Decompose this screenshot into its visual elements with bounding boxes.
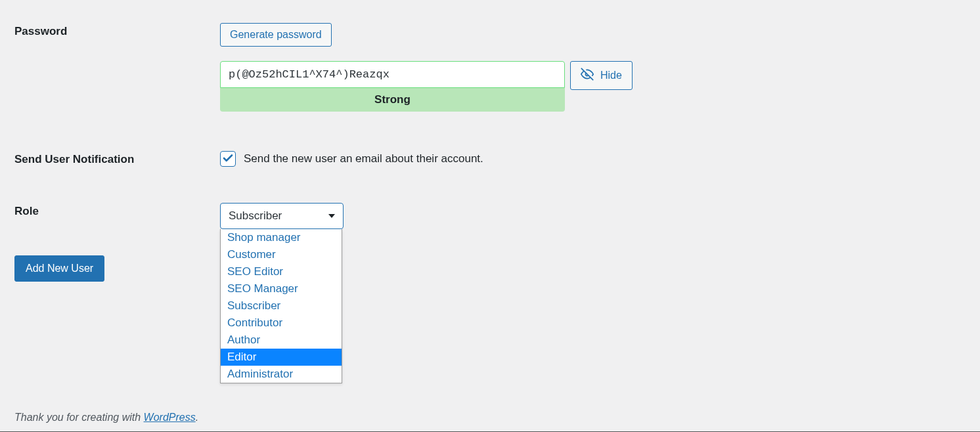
notification-field: Send the new user an email about their a… xyxy=(220,151,973,167)
footer-suffix: . xyxy=(196,412,198,423)
password-input-container: Strong xyxy=(220,61,565,112)
password-input-wrapper: Strong Hide xyxy=(220,61,973,112)
role-option[interactable]: Shop manager xyxy=(221,229,342,246)
role-option[interactable]: Administrator xyxy=(221,366,342,383)
role-dropdown: Shop managerCustomerSEO EditorSEO Manage… xyxy=(220,229,342,383)
generate-password-button[interactable]: Generate password xyxy=(220,23,332,47)
hide-button-label: Hide xyxy=(600,70,622,81)
role-option[interactable]: Subscriber xyxy=(221,297,342,314)
submit-row: Add New User xyxy=(0,242,980,295)
password-row: Password Generate password Strong Hide xyxy=(0,0,980,118)
checkmark-icon xyxy=(222,152,234,166)
role-option[interactable]: Author xyxy=(221,332,342,349)
notification-label: Send User Notification xyxy=(0,151,220,166)
wordpress-link[interactable]: WordPress xyxy=(144,412,196,423)
role-label: Role xyxy=(0,203,220,218)
password-input[interactable] xyxy=(220,61,565,88)
eye-slash-icon xyxy=(581,68,594,83)
role-option[interactable]: Contributor xyxy=(221,314,342,332)
notification-checkbox-wrapper: Send the new user an email about their a… xyxy=(220,151,973,167)
footer-prefix: Thank you for creating with xyxy=(14,412,144,423)
password-label: Password xyxy=(0,23,220,38)
role-option[interactable]: Editor xyxy=(221,349,342,366)
role-option[interactable]: SEO Editor xyxy=(221,263,342,280)
hide-password-button[interactable]: Hide xyxy=(570,61,633,90)
notification-checkbox[interactable] xyxy=(220,151,236,167)
role-select-wrapper: Subscriber Shop managerCustomerSEO Edito… xyxy=(220,203,344,229)
add-new-user-button[interactable]: Add New User xyxy=(14,255,104,282)
footer-credit: Thank you for creating with WordPress. xyxy=(14,412,198,423)
password-field: Generate password Strong Hide xyxy=(220,23,973,112)
role-option[interactable]: Customer xyxy=(221,246,342,263)
role-option[interactable]: SEO Manager xyxy=(221,280,342,297)
role-row: Role Subscriber Shop managerCustomerSEO … xyxy=(0,180,980,242)
role-field: Subscriber Shop managerCustomerSEO Edito… xyxy=(220,203,973,229)
notification-description: Send the new user an email about their a… xyxy=(244,152,483,165)
password-strength-indicator: Strong xyxy=(220,88,565,112)
role-select[interactable]: Subscriber xyxy=(220,203,344,229)
notification-row: Send User Notification Send the new user… xyxy=(0,118,980,180)
